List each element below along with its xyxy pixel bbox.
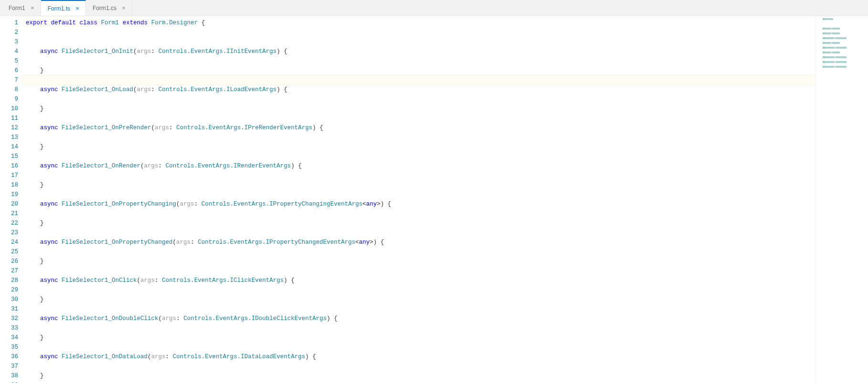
code-line[interactable]: export default class Form1 extends Form.…: [23, 18, 815, 28]
code-line[interactable]: [23, 247, 815, 257]
line-number: 7: [0, 75, 18, 85]
line-number: 24: [0, 238, 18, 247]
code-line[interactable]: [23, 266, 815, 276]
editor-tab[interactable]: Form1.ts×: [41, 0, 86, 16]
minimap-row: [823, 47, 853, 49]
code-line[interactable]: [23, 381, 815, 383]
code-line[interactable]: [23, 171, 815, 180]
code-line[interactable]: [23, 362, 815, 371]
minimap-row: [823, 56, 853, 58]
code-line[interactable]: }: [23, 104, 815, 114]
line-number: 6: [0, 66, 18, 75]
code-line[interactable]: async FileSelector1_OnPreRender(args: Co…: [23, 123, 815, 133]
code-line[interactable]: [23, 285, 815, 295]
line-number: 20: [0, 199, 18, 209]
line-number: 36: [0, 352, 18, 362]
code-line[interactable]: [23, 75, 815, 85]
line-number: 4: [0, 47, 18, 56]
line-number: 34: [0, 333, 18, 342]
close-icon[interactable]: ×: [74, 5, 81, 12]
line-number: 17: [0, 171, 18, 180]
close-icon[interactable]: ×: [120, 5, 127, 11]
code-line[interactable]: [23, 56, 815, 66]
line-number: 3: [0, 37, 18, 47]
line-number: 22: [0, 218, 18, 228]
line-number: 26: [0, 257, 18, 266]
code-line[interactable]: [23, 94, 815, 104]
editor-tab[interactable]: Form1.cs×: [86, 0, 132, 16]
line-number: 37: [0, 362, 18, 371]
line-number: 11: [0, 114, 18, 123]
code-line[interactable]: [23, 114, 815, 123]
tabs-bar: Form1×Form1.ts×Form1.cs×: [0, 0, 868, 16]
line-number: 38: [0, 371, 18, 381]
line-number: 35: [0, 342, 18, 352]
code-line[interactable]: [23, 342, 815, 352]
line-number: 27: [0, 266, 18, 276]
tab-label: Form1.cs: [93, 5, 116, 11]
code-line[interactable]: async FileSelector1_OnInit(args: Control…: [23, 47, 815, 56]
line-number: 2: [0, 28, 18, 37]
code-line[interactable]: }: [23, 371, 815, 381]
code-line[interactable]: [23, 190, 815, 199]
tab-label: Form1.ts: [48, 5, 70, 12]
code-line[interactable]: }: [23, 66, 815, 75]
code-line[interactable]: async FileSelector1_OnRender(args: Contr…: [23, 161, 815, 171]
code-line[interactable]: [23, 133, 815, 142]
line-number: 32: [0, 314, 18, 323]
line-number: 18: [0, 180, 18, 190]
code-editor: Form1×Form1.ts×Form1.cs× 123456789101112…: [0, 0, 868, 383]
line-number: 9: [0, 94, 18, 104]
line-number: 16: [0, 161, 18, 171]
code-line[interactable]: async FileSelector1_OnPropertyChanging(a…: [23, 199, 815, 209]
line-number: 13: [0, 133, 18, 142]
code-line[interactable]: }: [23, 295, 815, 304]
close-icon[interactable]: ×: [29, 5, 36, 11]
line-number: 39: [0, 381, 18, 383]
tab-label: Form1: [9, 5, 25, 11]
editor-body: 1234567891011121314151617181920212223242…: [0, 16, 868, 383]
line-number: 19: [0, 190, 18, 199]
minimap-row: [823, 32, 844, 34]
code-area[interactable]: export default class Form1 extends Form.…: [23, 16, 815, 383]
code-line[interactable]: [23, 228, 815, 238]
line-number: 25: [0, 247, 18, 257]
line-number: 33: [0, 323, 18, 333]
minimap-row: [823, 52, 844, 53]
code-line[interactable]: }: [23, 142, 815, 152]
code-line[interactable]: }: [23, 180, 815, 190]
line-number: 28: [0, 276, 18, 285]
minimap-row: [823, 28, 844, 30]
code-line[interactable]: [23, 323, 815, 333]
code-line[interactable]: async FileSelector1_OnLoad(args: Control…: [23, 85, 815, 94]
line-number: 29: [0, 285, 18, 295]
line-number: 5: [0, 56, 18, 66]
code-line[interactable]: async FileSelector1_OnClick(args: Contro…: [23, 276, 815, 285]
code-line[interactable]: async FileSelector1_OnDataLoad(args: Con…: [23, 352, 815, 362]
code-line[interactable]: }: [23, 333, 815, 342]
code-line[interactable]: [23, 37, 815, 47]
code-line[interactable]: [23, 28, 815, 37]
line-number: 10: [0, 104, 18, 114]
minimap-row: [823, 18, 836, 20]
code-line[interactable]: async FileSelector1_OnDoubleClick(args: …: [23, 314, 815, 323]
code-line[interactable]: [23, 304, 815, 314]
code-line[interactable]: }: [23, 218, 815, 228]
line-number: 31: [0, 304, 18, 314]
line-number: 1: [0, 18, 18, 28]
code-line[interactable]: [23, 152, 815, 161]
minimap-row: [823, 37, 853, 39]
line-number-gutter: 1234567891011121314151617181920212223242…: [0, 16, 23, 383]
minimap-row: [823, 61, 853, 63]
line-number: 30: [0, 295, 18, 304]
code-line[interactable]: async FileSelector1_OnPropertyChanged(ar…: [23, 238, 815, 247]
code-line[interactable]: [23, 209, 815, 218]
code-line[interactable]: }: [23, 257, 815, 266]
editor-tab[interactable]: Form1×: [2, 0, 41, 16]
minimap[interactable]: [815, 16, 868, 383]
line-number: 14: [0, 142, 18, 152]
minimap-row: [823, 42, 844, 44]
line-number: 15: [0, 152, 18, 161]
line-number: 12: [0, 123, 18, 133]
line-number: 23: [0, 228, 18, 238]
